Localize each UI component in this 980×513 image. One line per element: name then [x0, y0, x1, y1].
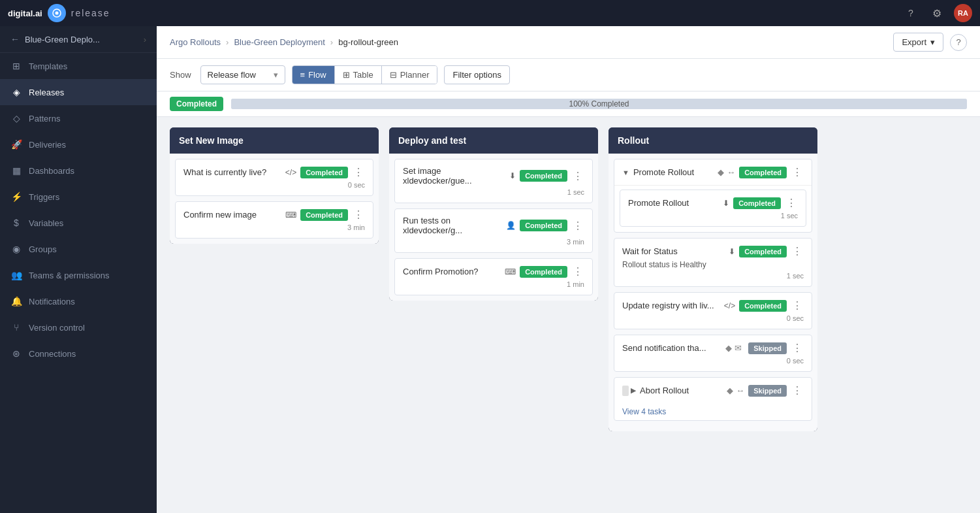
tab-table[interactable]: ⊞ Table — [335, 66, 382, 84]
task-menu-button[interactable]: ⋮ — [571, 220, 584, 232]
progress-bar: 100% Completed — [231, 99, 967, 109]
sidebar-item-connections[interactable]: ⊛ Connections — [0, 340, 157, 367]
sidebar-item-deliveries[interactable]: 🚀 Deliveries — [0, 131, 157, 157]
sidebar-back-button[interactable]: ← Blue-Green Deplo... › — [0, 26, 157, 53]
task-keyboard-icon: ⌨ — [505, 267, 516, 276]
table-tab-label: Table — [353, 70, 373, 80]
page-header: Argo Rollouts › Blue-Green Deployment › … — [157, 26, 980, 59]
sidebar-item-teams[interactable]: 👥 Teams & permissions — [0, 262, 157, 288]
arrows-icon: ↔ — [727, 167, 735, 177]
export-button[interactable]: Export ▾ — [893, 33, 943, 52]
column-title-rollout: Rollout — [618, 135, 649, 146]
progress-area: Completed 100% Completed — [157, 91, 980, 117]
task-status-badge: Completed — [739, 246, 787, 257]
tab-planner[interactable]: ⊟ Planner — [382, 66, 437, 84]
topbar: digital.ai release ? ⚙ RA — [0, 0, 980, 26]
group-collapse-button[interactable]: ▶ — [622, 386, 636, 396]
sidebar-label-dashboards: Dashboards — [29, 166, 74, 176]
task-row: Set image xldevdocker/gue... ⬇ Completed… — [403, 166, 584, 186]
sidebar-label-groups: Groups — [29, 244, 57, 254]
task-row: Send notification tha... ◆ ✉ Skipped ⋮ — [622, 342, 804, 354]
dropdown-chevron-icon: ▾ — [274, 70, 278, 80]
variables-icon: $ — [10, 217, 22, 229]
logo-text: digital.ai — [8, 8, 42, 18]
mail-icon: ✉ — [735, 343, 742, 353]
task-status-badge: Completed — [520, 266, 567, 278]
sidebar-label-teams: Teams & permissions — [29, 271, 110, 280]
task-menu-button[interactable]: ⋮ — [352, 208, 365, 221]
toolbar: Show Release flow ▾ ≡ Flow ⊞ Table ⊟ Pla… — [157, 59, 980, 91]
flow-tab-icon: ≡ — [300, 70, 306, 80]
task-menu-button[interactable]: ⋮ — [791, 166, 804, 178]
groups-icon: ◉ — [10, 243, 22, 255]
task-card: Promote Rollout ⬇ Completed ⋮ 1 sec — [620, 190, 806, 227]
task-download-icon: ⬇ — [729, 247, 735, 256]
sidebar-item-patterns[interactable]: ◇ Patterns — [0, 105, 157, 131]
task-group-abort-rollout: ▶ Abort Rollout ◆ ↔ Skipped ⋮ View 4 tas… — [614, 377, 812, 421]
column-body-rollout: ▼ Promote Rollout ◆ ↔ Completed ⋮ — [609, 154, 817, 431]
task-time: 3 min — [183, 223, 365, 231]
breadcrumb-sep-1: › — [226, 37, 229, 47]
task-card: Confirm Promotion? ⌨ Completed ⋮ 1 min — [394, 258, 593, 295]
sidebar-item-variables[interactable]: $ Variables — [0, 210, 157, 236]
sidebar-item-releases[interactable]: ◈ Releases — [0, 79, 157, 105]
task-time: 1 sec — [628, 212, 798, 220]
sidebar-item-groups[interactable]: ◉ Groups — [0, 236, 157, 262]
column-body-deploy-and-test: Set image xldevdocker/gue... ⬇ Completed… — [389, 154, 598, 301]
task-menu-button[interactable]: ⋮ — [571, 265, 584, 278]
patterns-icon: ◇ — [10, 112, 22, 124]
sidebar-item-triggers[interactable]: ⚡ Triggers — [0, 184, 157, 210]
task-card-wait-status: Wait for Status ⬇ Completed ⋮ Rollout st… — [614, 238, 812, 287]
task-menu-button[interactable]: ⋮ — [785, 197, 798, 209]
task-note: Rollout status is Healthy — [622, 260, 804, 269]
task-name: Update registry with liv... — [622, 301, 720, 310]
avatar[interactable]: RA — [954, 4, 972, 22]
topbar-left: digital.ai release — [8, 4, 110, 22]
task-card: What is currently live? </> Completed ⋮ … — [175, 159, 373, 196]
task-menu-button[interactable]: ⋮ — [791, 384, 804, 397]
sidebar-label-notifications: Notifications — [29, 297, 75, 306]
breadcrumb-bluegreen[interactable]: Blue-Green Deployment — [234, 37, 324, 47]
planner-tab-label: Planner — [400, 70, 430, 80]
sidebar-label-connections: Connections — [29, 349, 76, 359]
sidebar-item-dashboards[interactable]: ▦ Dashboards — [0, 157, 157, 184]
sidebar-item-version-control[interactable]: ⑂ Version control — [0, 314, 157, 340]
tab-flow[interactable]: ≡ Flow — [292, 66, 335, 84]
sidebar-label-variables: Variables — [29, 218, 63, 228]
brand-name: release — [71, 8, 110, 18]
task-time: 1 sec — [403, 188, 584, 196]
sidebar-label-templates: Templates — [29, 61, 67, 71]
header-help-button[interactable]: ? — [950, 34, 967, 51]
task-time: 3 min — [403, 238, 584, 246]
cursor-indicator — [622, 386, 629, 396]
task-status-badge: Skipped — [748, 385, 787, 397]
help-icon[interactable]: ? — [902, 4, 920, 22]
show-dropdown[interactable]: Release flow ▾ — [200, 65, 285, 84]
view-tabs: ≡ Flow ⊞ Table ⊟ Planner — [292, 65, 438, 84]
task-time: 0 sec — [622, 314, 804, 322]
task-menu-button[interactable]: ⋮ — [352, 166, 365, 178]
task-menu-button[interactable]: ⋮ — [571, 170, 584, 182]
breadcrumb-argo[interactable]: Argo Rollouts — [170, 37, 221, 47]
view-tasks-link[interactable]: View 4 tasks — [614, 403, 812, 420]
svg-point-1 — [55, 12, 58, 15]
dashboards-icon: ▦ — [10, 165, 22, 176]
group-collapse-button[interactable]: ▼ — [622, 169, 629, 176]
sidebar-item-notifications[interactable]: 🔔 Notifications — [0, 288, 157, 314]
back-arrow-icon: ← — [10, 34, 20, 44]
task-menu-button[interactable]: ⋮ — [791, 342, 804, 354]
task-status-badge: Skipped — [748, 342, 787, 354]
task-menu-button[interactable]: ⋮ — [791, 245, 804, 257]
task-name: Set image xldevdocker/gue... — [403, 166, 505, 186]
task-row: Confirm new image ⌨ Completed ⋮ — [183, 208, 365, 221]
release-icon — [48, 4, 66, 22]
task-icons: ◆ ✉ — [725, 343, 742, 353]
column-body-set-new-image: What is currently live? </> Completed ⋮ … — [170, 154, 379, 244]
filter-options-button[interactable]: Filter options — [444, 65, 509, 84]
task-download-icon: ⬇ — [723, 199, 729, 208]
sidebar-item-templates[interactable]: ⊞ Templates — [0, 53, 157, 79]
settings-icon[interactable]: ⚙ — [928, 4, 946, 22]
task-menu-button[interactable]: ⋮ — [791, 299, 804, 312]
group-icons: ◆ ↔ — [727, 386, 744, 395]
sidebar-back-chevron-icon: › — [144, 35, 146, 44]
